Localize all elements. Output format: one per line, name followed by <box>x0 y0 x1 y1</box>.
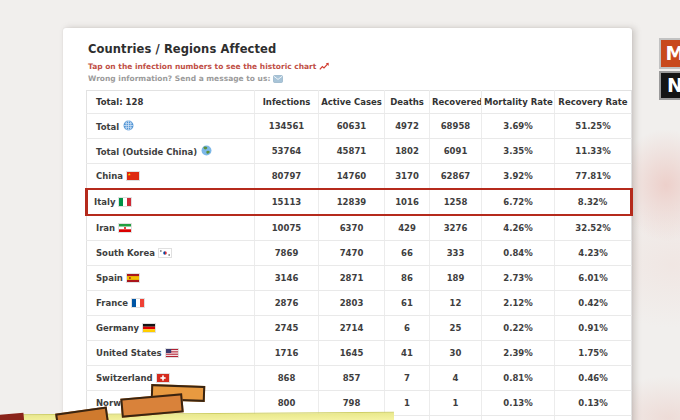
recovery-rate-cell: 32.52% <box>555 215 632 241</box>
mortality-rate-cell: 1.01% <box>482 416 555 420</box>
country-label: Iran <box>96 223 115 233</box>
deaths-cell: 1802 <box>385 139 430 164</box>
recovery-rate-cell: 8.32% <box>555 189 632 215</box>
countries-table: Total: 128InfectionsActive CasesDeathsRe… <box>85 90 633 420</box>
table-row: France2876280361122.12%0.42% <box>87 291 632 316</box>
infections-cell[interactable]: 868 <box>255 366 319 391</box>
wrong-info-text: Wrong information? Send a message to us: <box>88 74 270 83</box>
deaths-cell: 86 <box>385 266 430 291</box>
deaths-cell: 6 <box>385 316 430 341</box>
active-cases-cell: 7470 <box>319 241 385 266</box>
recovery-rate-cell: 11.33% <box>555 139 632 164</box>
mortality-rate-cell: 3.69% <box>482 114 555 139</box>
table-row: South Korea78697470663330.84%4.23% <box>87 241 632 266</box>
infections-cell[interactable]: 2745 <box>255 316 319 341</box>
table-row: United States1716164541302.39%1.75% <box>87 341 632 366</box>
active-cases-cell: 1645 <box>319 341 385 366</box>
table-row: Spain31462871861892.73%6.01% <box>87 266 632 291</box>
mortality-rate-cell: 0.84% <box>482 241 555 266</box>
globe-icon <box>123 120 134 131</box>
recovered-cell: 4 <box>430 366 482 391</box>
infections-cell[interactable]: 7869 <box>255 241 319 266</box>
country-cell: Iran <box>87 215 255 241</box>
infections-cell[interactable]: 2876 <box>255 291 319 316</box>
recovery-rate-cell: 0.91% <box>555 316 632 341</box>
infections-cell[interactable]: 1716 <box>255 341 319 366</box>
recovery-rate-cell: 0.46% <box>555 366 632 391</box>
deaths-cell: 41 <box>385 341 430 366</box>
active-cases-cell: 2803 <box>319 291 385 316</box>
deaths-cell: 3170 <box>385 164 430 190</box>
mortality-rate-cell: 2.73% <box>482 266 555 291</box>
country-label: Total <box>96 122 119 132</box>
deaths-cell: 61 <box>385 291 430 316</box>
united-states-flag-icon <box>166 349 178 357</box>
mortality-rate-cell: 2.12% <box>482 291 555 316</box>
recovery-rate-cell: 46.7% <box>555 416 632 420</box>
spain-flag-icon <box>127 274 139 282</box>
iran-flag-icon <box>119 224 131 232</box>
recovery-rate-cell: 0.42% <box>555 291 632 316</box>
active-cases-cell: 45871 <box>319 139 385 164</box>
infections-cell[interactable]: 53764 <box>255 139 319 164</box>
deaths-cell: 7 <box>385 366 430 391</box>
country-label: South Korea <box>96 248 155 258</box>
country-label: China <box>96 171 123 181</box>
infections-cell[interactable]: 3146 <box>255 266 319 291</box>
channel-logo-letter-n: N <box>659 71 680 100</box>
column-header: Active Cases <box>319 91 385 114</box>
active-cases-cell: 857 <box>319 366 385 391</box>
country-label: Total (Outside China) <box>96 147 197 157</box>
recovered-cell: 189 <box>430 266 482 291</box>
country-label: Spain <box>96 273 123 283</box>
table-row: Germany274527146250.22%0.91% <box>87 316 632 341</box>
country-cell: Spain <box>87 266 255 291</box>
country-cell: Total <box>87 114 255 139</box>
recovery-rate-cell: 77.81% <box>555 164 632 190</box>
recovered-cell: 25 <box>430 316 482 341</box>
country-cell: Italy <box>87 189 255 215</box>
country-cell: France <box>87 291 255 316</box>
country-cell: China <box>87 164 255 190</box>
country-cell: Germany <box>87 316 255 341</box>
column-header: Deaths <box>385 91 430 114</box>
mortality-rate-cell: 4.26% <box>482 215 555 241</box>
active-cases-cell: 60631 <box>319 114 385 139</box>
recovery-rate-cell: 1.75% <box>555 341 632 366</box>
recovered-cell: 1258 <box>430 189 482 215</box>
active-cases-cell: 6370 <box>319 215 385 241</box>
tap-note-text: Tap on the infection numbers to see the … <box>88 62 316 71</box>
mortality-rate-cell: 2.39% <box>482 341 555 366</box>
table-row: China80797147603170628673.92%77.81% <box>87 164 632 190</box>
infections-cell[interactable]: 10075 <box>255 215 319 241</box>
deaths-cell: 4972 <box>385 114 430 139</box>
infections-cell[interactable]: 80797 <box>255 164 319 190</box>
infections-cell[interactable]: 15113 <box>255 189 319 215</box>
deaths-cell: 66 <box>385 241 430 266</box>
mortality-rate-cell: 3.92% <box>482 164 555 190</box>
active-cases-cell: 12839 <box>319 189 385 215</box>
mortality-rate-cell: 0.22% <box>482 316 555 341</box>
recovered-cell: 68958 <box>430 114 482 139</box>
recovered-cell: 1 <box>430 391 482 416</box>
germany-flag-icon <box>143 324 155 332</box>
tap-note: Tap on the infection numbers to see the … <box>63 62 632 71</box>
recovered-cell: 333 <box>430 241 482 266</box>
column-header: Recovered <box>430 91 482 114</box>
switzerland-flag-icon <box>157 374 169 382</box>
country-label: Italy <box>94 197 115 207</box>
country-label: France <box>96 298 128 308</box>
page-title: Countries / Regions Affected <box>63 28 632 56</box>
lower-third-red-corner <box>0 413 24 420</box>
infections-cell[interactable]: 134561 <box>255 114 319 139</box>
italy-flag-icon <box>119 198 131 206</box>
column-header: Mortality Rate <box>482 91 555 114</box>
message-link-icon[interactable] <box>273 75 283 83</box>
recovered-cell: 30 <box>430 341 482 366</box>
recovery-rate-cell: 0.13% <box>555 391 632 416</box>
south-korea-flag-icon <box>159 249 171 257</box>
country-label: United States <box>96 348 162 358</box>
mortality-rate-cell: 0.13% <box>482 391 555 416</box>
country-cell: Total (Outside China) <box>87 139 255 164</box>
chart-increasing-icon <box>319 62 329 71</box>
